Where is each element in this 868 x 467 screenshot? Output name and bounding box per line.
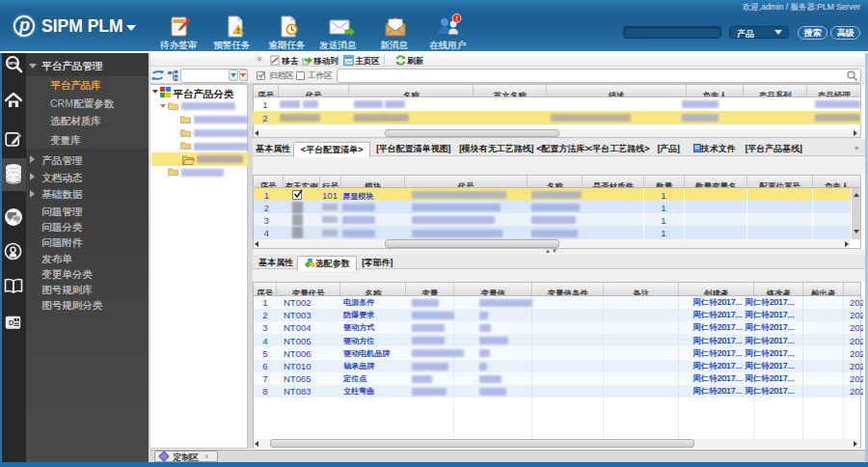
- svg-text:SIPM: SIPM: [8, 61, 18, 66]
- svg-text:D: D: [9, 319, 14, 326]
